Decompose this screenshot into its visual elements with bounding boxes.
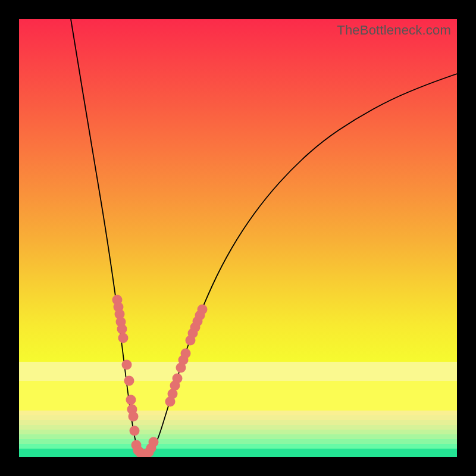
marker-dot (124, 376, 134, 386)
marker-dot (130, 426, 140, 436)
watermark-text: TheBottleneck.com (337, 23, 451, 38)
marker-dot (149, 437, 159, 447)
bottleneck-curve (71, 19, 457, 455)
marker-dot (198, 305, 208, 315)
marker-cluster-right (165, 305, 208, 407)
marker-dot (122, 360, 132, 370)
chart-frame: TheBottleneck.com (0, 0, 476, 476)
marker-dot (118, 333, 129, 343)
marker-cluster-left (112, 295, 159, 458)
marker-dot (117, 324, 127, 334)
marker-dot (126, 395, 136, 405)
marker-dot (129, 412, 139, 422)
chart-svg (19, 19, 457, 457)
marker-dot (181, 349, 191, 359)
marker-dot (173, 374, 183, 384)
plot-area: TheBottleneck.com (19, 19, 457, 457)
